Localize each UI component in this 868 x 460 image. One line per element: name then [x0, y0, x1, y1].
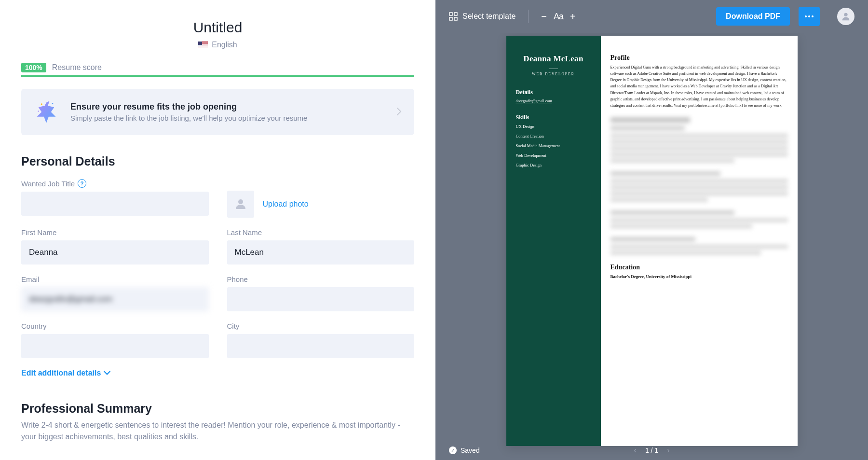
phone-input[interactable] — [227, 287, 415, 311]
professional-summary-description: Write 2-4 short & energetic sentences to… — [21, 419, 414, 443]
resume-name: Deanna McLean — [516, 54, 591, 64]
svg-point-1 — [52, 103, 53, 104]
preview-area: Deanna McLean WEB DEVELOPER Details deez… — [435, 33, 868, 460]
upload-photo-link[interactable]: Upload photo — [263, 200, 309, 209]
svg-rect-7 — [454, 17, 457, 20]
country-label: Country — [21, 322, 209, 330]
user-avatar[interactable] — [837, 8, 854, 25]
language-selector[interactable]: English — [21, 41, 414, 49]
resume-skill: Web Development — [516, 153, 591, 158]
svg-point-9 — [808, 15, 810, 17]
score-progress-bar — [21, 75, 414, 77]
flag-icon — [198, 42, 208, 48]
preview-toolbar: Select template − Aa + Download PDF — [435, 0, 868, 33]
select-template-label: Select template — [462, 12, 515, 21]
tip-text: Ensure your resume fits the job opening … — [70, 102, 385, 122]
language-label: English — [212, 41, 237, 49]
resume-skill: UX Design — [516, 124, 591, 129]
grid-icon — [449, 12, 458, 21]
svg-point-2 — [38, 111, 39, 112]
prev-page-button[interactable]: ‹ — [634, 446, 637, 455]
preview-footer: ✓ Saved ‹ 1 / 1 › — [435, 446, 868, 454]
score-badge: 100% — [21, 63, 46, 72]
resume-job-title: WEB DEVELOPER — [516, 72, 591, 76]
personal-details-heading: Personal Details — [21, 154, 414, 168]
svg-point-11 — [844, 13, 847, 16]
font-size-controls: − Aa + — [541, 11, 575, 22]
avatar-icon — [841, 11, 851, 22]
svg-rect-5 — [454, 13, 457, 15]
select-template-button[interactable]: Select template — [449, 12, 515, 21]
svg-rect-4 — [449, 13, 452, 15]
download-pdf-button[interactable]: Download PDF — [716, 7, 790, 26]
phone-label: Phone — [227, 275, 415, 283]
resume-education-heading: Education — [610, 264, 788, 271]
svg-rect-6 — [449, 17, 452, 20]
tip-card[interactable]: Ensure your resume fits the job opening … — [21, 89, 414, 135]
last-name-input[interactable] — [227, 240, 415, 265]
chevron-down-icon — [104, 370, 110, 376]
resume-skill: Social Media Management — [516, 143, 591, 148]
resume-blurred-section — [610, 210, 788, 228]
resume-skill: Content Creation — [516, 134, 591, 139]
resume-main: Profile Experienced Digital Guru with a … — [601, 36, 798, 446]
email-label: Email — [21, 275, 209, 283]
toolbar-separator — [528, 10, 529, 23]
city-label: City — [227, 322, 415, 330]
page-indicator: 1 / 1 — [645, 446, 658, 454]
resume-name-divider — [549, 69, 558, 69]
svg-point-8 — [805, 15, 807, 17]
svg-point-3 — [238, 199, 243, 204]
first-name-input[interactable] — [21, 240, 209, 265]
score-label: Resume score — [52, 63, 102, 72]
photo-placeholder[interactable] — [227, 191, 254, 218]
page-navigator: ‹ 1 / 1 › — [634, 446, 670, 455]
professional-summary-heading: Professional Summary — [21, 402, 414, 416]
city-input[interactable] — [227, 334, 415, 358]
first-name-label: First Name — [21, 228, 209, 237]
resume-blurred-section — [610, 117, 788, 163]
chevron-right-icon — [397, 107, 402, 118]
help-icon[interactable]: ? — [78, 179, 86, 188]
resume-page[interactable]: Deanna McLean WEB DEVELOPER Details deez… — [506, 36, 798, 446]
font-increase-button[interactable]: + — [570, 11, 576, 22]
resume-skill: Graphic Design — [516, 163, 591, 167]
resume-email: deezgrafix@gmail.com — [516, 99, 591, 103]
tip-title: Ensure your resume fits the job opening — [70, 102, 385, 112]
unicorn-icon — [34, 99, 59, 125]
wanted-job-title-label: Wanted Job Title ? — [21, 179, 209, 188]
tip-subtitle: Simply paste the link to the job listing… — [70, 114, 385, 122]
resume-skills-heading: Skills — [516, 114, 591, 121]
saved-indicator: ✓ Saved — [449, 446, 480, 454]
country-input[interactable] — [21, 334, 209, 358]
check-icon: ✓ — [449, 446, 457, 454]
resume-sidebar: Deanna McLean WEB DEVELOPER Details deez… — [506, 36, 601, 446]
resume-details-heading: Details — [516, 89, 591, 96]
title-section: Untitled English — [21, 19, 414, 49]
svg-point-10 — [812, 15, 814, 17]
score-row: 100% Resume score — [21, 63, 414, 72]
email-input[interactable] — [21, 287, 209, 311]
resume-education-item: Bachelor's Degree, University of Mississ… — [610, 274, 788, 279]
dots-icon — [804, 15, 814, 18]
font-decrease-button[interactable]: − — [541, 11, 547, 22]
more-options-button[interactable] — [799, 7, 820, 26]
preview-panel: Select template − Aa + Download PDF Dean… — [435, 0, 868, 460]
last-name-label: Last Name — [227, 228, 415, 237]
document-title[interactable]: Untitled — [21, 19, 414, 36]
svg-point-0 — [41, 103, 42, 105]
resume-blurred-section — [610, 237, 788, 255]
saved-label: Saved — [461, 446, 480, 454]
wanted-job-title-input[interactable] — [21, 192, 209, 216]
resume-profile-text: Experienced Digital Guru with a strong b… — [610, 64, 788, 109]
resume-blurred-section — [610, 171, 788, 202]
next-page-button[interactable]: › — [667, 446, 669, 455]
editor-panel: Untitled English 100% Resume score Ensur… — [0, 0, 435, 460]
edit-additional-details-link[interactable]: Edit additional details — [21, 369, 414, 377]
font-size-icon: Aa — [554, 12, 563, 22]
resume-profile-heading: Profile — [610, 54, 788, 62]
